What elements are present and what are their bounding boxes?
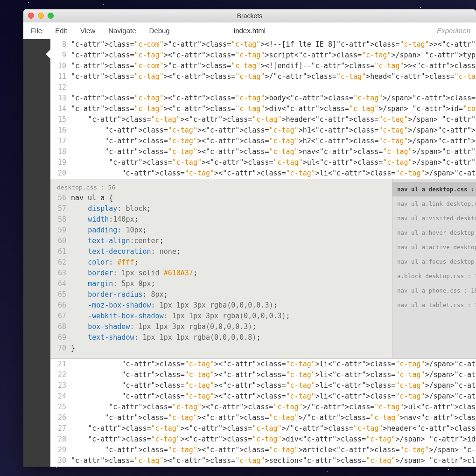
rule-list-item[interactable]: nav ul a phone.css : 18 [392, 283, 476, 298]
rule-list-item[interactable]: nav ul a:active desktop [392, 240, 476, 254]
window-titlebar[interactable]: Brackets [23, 9, 476, 22]
gutter-top: 8 9 10 11 12 13 14 15 16 17 18 19 20 [50, 39, 71, 179]
experimental-label: Experimen [437, 27, 470, 35]
close-icon[interactable] [28, 13, 34, 19]
main-code-bottom[interactable]: 21 22 23 24 25 26 27 28 29 30 31 32 33 "… [50, 359, 476, 467]
traffic-lights [28, 13, 54, 19]
sidebar-arrow-icon [46, 49, 50, 59]
rule-list-item[interactable]: a.block desktop.css : 1 [392, 269, 476, 283]
minimize-icon[interactable] [38, 13, 44, 19]
rule-list-item[interactable]: nav ul a:visited deskto [392, 211, 476, 225]
menu-bar: File Edit View Navigate Debug index.html… [23, 22, 476, 39]
rule-list-item[interactable]: nav ul a:link desktop.c [392, 196, 476, 211]
code-lines-top[interactable]: "c-attr">class="c-com">"c-attr">class="c… [71, 39, 476, 179]
zoom-icon[interactable] [48, 13, 54, 19]
document-title: index.html [234, 27, 266, 35]
code-lines-bottom[interactable]: "c-attr">class="c-tag"><"c-attr">class="… [71, 359, 476, 467]
menu-navigate[interactable]: Navigate [108, 27, 136, 35]
related-rules-list[interactable]: nav ul a desktop.css : 5nav ul a:link de… [392, 179, 476, 358]
rule-list-item[interactable]: nav ul a desktop.css : 5 [392, 182, 476, 196]
app-window: Brackets File Edit View Navigate Debug i… [23, 9, 476, 467]
menu-debug[interactable]: Debug [149, 27, 169, 35]
menu-file[interactable]: File [31, 27, 42, 35]
menu-edit[interactable]: Edit [55, 27, 67, 35]
menu-view[interactable]: View [80, 27, 95, 35]
code-editor[interactable]: 8 9 10 11 12 13 14 15 16 17 18 19 20 "c-… [50, 39, 476, 467]
desktop-background: Brackets File Edit View Navigate Debug i… [0, 0, 476, 476]
sidebar[interactable] [23, 39, 50, 467]
window-title: Brackets [237, 12, 262, 20]
editor-body: 8 9 10 11 12 13 14 15 16 17 18 19 20 "c-… [23, 39, 476, 467]
rule-list-item[interactable]: nav ul a:focus desktop. [392, 254, 476, 269]
gutter-inline: 56 57 58 59 60 61 62 63 64 65 66 67 68 6… [50, 193, 71, 354]
main-code-top[interactable]: 8 9 10 11 12 13 14 15 16 17 18 19 20 "c-… [50, 39, 476, 179]
rule-list-item[interactable]: nav ul a tablet.css : 15 [392, 298, 476, 312]
inline-editor-panel: desktop.css : 56 56 57 58 59 60 61 62 63… [50, 179, 476, 359]
gutter-bottom: 21 22 23 24 25 26 27 28 29 30 31 32 33 [50, 359, 71, 467]
rule-list-item[interactable]: nav ul a:hover desktop. [392, 225, 476, 240]
